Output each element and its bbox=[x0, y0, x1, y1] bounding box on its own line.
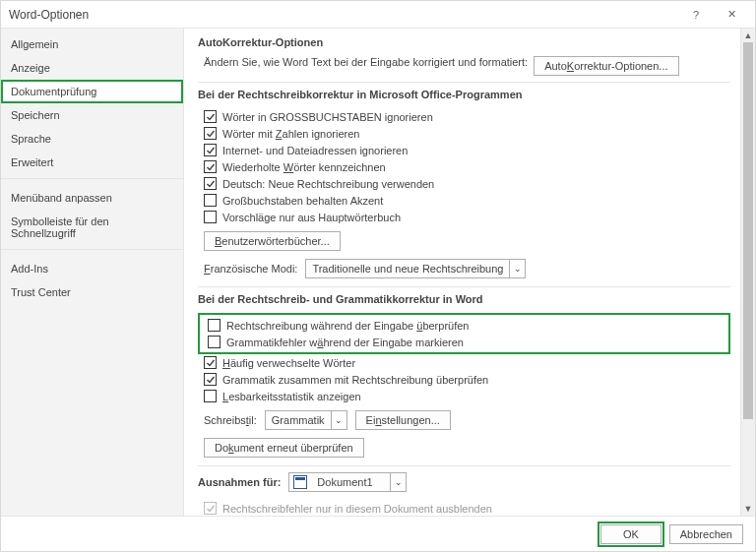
scroll-thumb[interactable] bbox=[743, 42, 753, 419]
select-value: Grammatik bbox=[266, 414, 331, 426]
cancel-button[interactable]: Abbrechen bbox=[669, 524, 743, 544]
autocorrect-desc: Ändern Sie, wie Word Text bei der Eingab… bbox=[204, 56, 528, 68]
checkbox-icon bbox=[204, 211, 217, 223]
sidebar-item-dokumentpruefung[interactable]: Dokumentprüfung bbox=[1, 80, 183, 103]
exceptions-doc-select[interactable]: Dokument1 ⌄ bbox=[288, 472, 407, 492]
sidebar: Allgemein Anzeige Dokumentprüfung Speich… bbox=[1, 29, 184, 516]
check-uppercase-accent[interactable]: Großbuchstaben behalten Akzent bbox=[198, 192, 730, 209]
recheck-document-button[interactable]: Dokument erneut überprüfen bbox=[204, 438, 364, 458]
content-pane: AutoKorrektur-Optionen Ändern Sie, wie W… bbox=[184, 29, 740, 516]
settings-button[interactable]: Einstellungen... bbox=[355, 410, 451, 430]
close-icon: ✕ bbox=[727, 8, 736, 21]
autocorrect-options-button[interactable]: AutoKorrektur-Optionen... bbox=[534, 56, 678, 76]
checkbox-icon bbox=[204, 177, 217, 190]
checkbox-icon bbox=[204, 110, 217, 123]
checkbox-icon bbox=[204, 160, 217, 173]
highlight-box: Rechtschreibung während der Eingabe über… bbox=[198, 313, 730, 354]
check-flag-repeated[interactable]: Wiederholte Wörter kennzeichnen bbox=[198, 158, 730, 175]
sidebar-item-allgemein[interactable]: Allgemein bbox=[1, 32, 183, 56]
scroll-down-icon: ▼ bbox=[741, 502, 755, 516]
chevron-down-icon: ⌄ bbox=[509, 260, 525, 277]
scrollbar[interactable]: ▲ ▼ bbox=[740, 29, 755, 516]
close-button[interactable]: ✕ bbox=[714, 1, 749, 28]
checkbox-label: Wiederholte Wörter kennzeichnen bbox=[222, 161, 386, 173]
check-ignore-internet[interactable]: Internet- und Dateiadressen ignorieren bbox=[198, 142, 730, 158]
sidebar-item-sprache[interactable]: Sprache bbox=[1, 127, 183, 151]
word-options-dialog: Word-Optionen ? ✕ Allgemein Anzeige Doku… bbox=[0, 0, 756, 552]
checkbox-label: Rechtschreibung während der Eingabe über… bbox=[226, 320, 469, 332]
checkbox-icon bbox=[204, 390, 217, 402]
ok-button[interactable]: OK bbox=[600, 524, 662, 544]
checkbox-icon bbox=[204, 144, 217, 156]
checkbox-icon bbox=[204, 356, 217, 369]
select-value: Dokument1 bbox=[311, 476, 390, 488]
sidebar-item-trustcenter[interactable]: Trust Center bbox=[1, 280, 183, 304]
check-grammar-as-type[interactable]: Grammatikfehler während der Eingabe mark… bbox=[202, 334, 726, 350]
document-icon bbox=[293, 475, 307, 489]
section-head-office: Bei der Rechtschreibkorrektur in Microso… bbox=[198, 82, 730, 108]
chevron-down-icon: ⌄ bbox=[331, 411, 346, 429]
check-german-new[interactable]: Deutsch: Neue Rechtschreibung verwenden bbox=[198, 175, 730, 192]
sidebar-item-anzeige[interactable]: Anzeige bbox=[1, 56, 183, 80]
check-confused-words[interactable]: Häufig verwechselte Wörter bbox=[198, 354, 730, 371]
select-value: Traditionelle und neue Rechtschreibung bbox=[306, 263, 509, 275]
checkbox-label: Häufig verwechselte Wörter bbox=[222, 357, 355, 369]
section-head-exceptions: Ausnahmen für: Dokument1 ⌄ bbox=[198, 465, 730, 500]
checkbox-label: Rechtschreibfehler nur in diesem Dokumen… bbox=[222, 503, 492, 515]
check-grammar-with-spelling[interactable]: Grammatik zusammen mit Rechtschreibung ü… bbox=[198, 371, 730, 388]
french-mode-label: Französische Modi: bbox=[204, 263, 297, 275]
section-head-autocorrect: AutoKorrektur-Optionen bbox=[198, 32, 730, 56]
sidebar-item-erweitert[interactable]: Erweitert bbox=[1, 151, 183, 174]
writing-style-label: Schreibstil: bbox=[204, 414, 257, 426]
check-ignore-numbers[interactable]: Wörter mit Zahlen ignorieren bbox=[198, 125, 730, 142]
checkbox-label: Grammatik zusammen mit Rechtschreibung ü… bbox=[222, 374, 488, 386]
sidebar-item-addins[interactable]: Add-Ins bbox=[1, 257, 183, 280]
custom-dictionaries-button[interactable]: Benutzerwörterbücher... bbox=[204, 231, 341, 251]
sidebar-item-speichern[interactable]: Speichern bbox=[1, 103, 183, 127]
window-title: Word-Optionen bbox=[7, 8, 678, 22]
sidebar-item-symbolleiste[interactable]: Symbolleiste für den Schnellzugriff bbox=[1, 210, 183, 245]
checkbox-label: Internet- und Dateiadressen ignorieren bbox=[222, 145, 408, 156]
checkbox-label: Vorschläge nur aus Hauptwörterbuch bbox=[222, 212, 401, 223]
checkbox-icon bbox=[204, 502, 217, 515]
check-main-dictionary-only[interactable]: Vorschläge nur aus Hauptwörterbuch bbox=[198, 209, 730, 225]
sidebar-separator bbox=[1, 178, 183, 182]
checkbox-label: Lesbarkeitsstatistik anzeigen bbox=[222, 391, 361, 402]
help-button[interactable]: ? bbox=[678, 1, 714, 28]
footer: OK Abbrechen bbox=[1, 516, 755, 551]
writing-style-select[interactable]: Grammatik ⌄ bbox=[265, 410, 347, 430]
check-ignore-uppercase[interactable]: Wörter in GROSSBUCHSTABEN ignorieren bbox=[198, 108, 730, 125]
checkbox-label: Wörter in GROSSBUCHSTABEN ignorieren bbox=[222, 111, 433, 123]
checkbox-label: Deutsch: Neue Rechtschreibung verwenden bbox=[222, 178, 434, 190]
titlebar: Word-Optionen ? ✕ bbox=[1, 1, 755, 29]
check-hide-spelling-doc: Rechtschreibfehler nur in diesem Dokumen… bbox=[198, 500, 730, 516]
sidebar-separator bbox=[1, 249, 183, 253]
checkbox-label: Wörter mit Zahlen ignorieren bbox=[222, 128, 359, 140]
checkbox-icon bbox=[208, 319, 220, 332]
checkbox-icon bbox=[204, 194, 217, 207]
checkbox-icon bbox=[208, 336, 220, 348]
check-spelling-as-type[interactable]: Rechtschreibung während der Eingabe über… bbox=[202, 317, 726, 334]
checkbox-icon bbox=[204, 373, 217, 386]
checkbox-label: Großbuchstaben behalten Akzent bbox=[222, 195, 383, 207]
check-readability-stats[interactable]: Lesbarkeitsstatistik anzeigen bbox=[198, 388, 730, 404]
checkbox-icon bbox=[204, 127, 217, 140]
scroll-up-icon: ▲ bbox=[741, 29, 755, 42]
sidebar-item-menueband[interactable]: Menüband anpassen bbox=[1, 186, 183, 210]
exceptions-label: Ausnahmen für: bbox=[198, 476, 281, 488]
section-head-word: Bei der Rechtschreib- und Grammatikkorre… bbox=[198, 286, 730, 313]
chevron-down-icon: ⌄ bbox=[390, 473, 406, 491]
checkbox-label: Grammatikfehler während der Eingabe mark… bbox=[226, 337, 464, 348]
help-icon: ? bbox=[693, 9, 699, 21]
french-mode-select[interactable]: Traditionelle und neue Rechtschreibung ⌄ bbox=[305, 259, 526, 278]
